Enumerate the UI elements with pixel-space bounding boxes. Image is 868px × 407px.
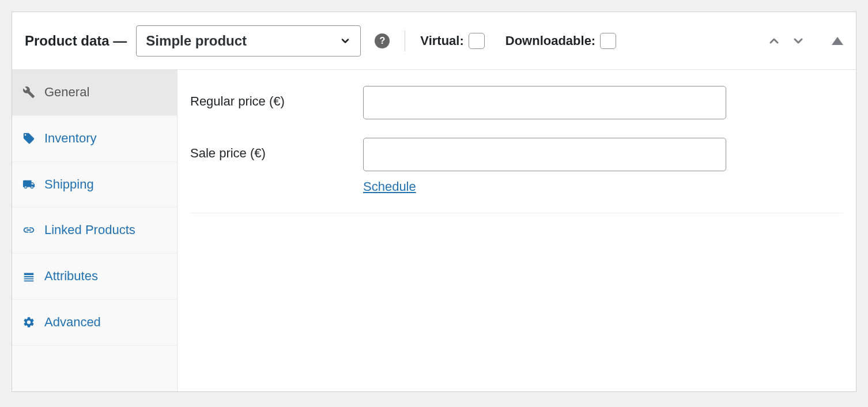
sidebar-item-attributes[interactable]: Attributes <box>12 254 177 300</box>
product-data-panel: Product data — Simple product ? Virtual:… <box>12 12 856 392</box>
sidebar-item-general[interactable]: General <box>12 70 177 116</box>
sidebar: General Inventory Shipping Linked Produc… <box>12 70 178 391</box>
regular-price-input[interactable] <box>363 86 726 119</box>
sidebar-item-advanced[interactable]: Advanced <box>12 300 177 346</box>
sale-price-row: Sale price (€) Schedule <box>190 138 843 194</box>
divider <box>190 213 843 213</box>
downloadable-checkbox-item: Downloadable: <box>505 33 616 49</box>
downloadable-label: Downloadable: <box>505 33 595 48</box>
toggle-panel-button[interactable] <box>832 37 843 45</box>
chevron-down-icon <box>339 35 351 47</box>
virtual-label: Virtual: <box>420 33 463 48</box>
sale-price-input[interactable] <box>363 138 726 171</box>
panel-body: General Inventory Shipping Linked Produc… <box>12 70 856 391</box>
panel-header: Product data — Simple product ? Virtual:… <box>12 12 856 70</box>
sidebar-item-linked-products[interactable]: Linked Products <box>12 208 177 254</box>
content-general: Regular price (€) Sale price (€) Schedul… <box>178 70 856 391</box>
product-type-select[interactable]: Simple product <box>136 25 361 56</box>
downloadable-checkbox[interactable] <box>600 33 616 49</box>
help-icon[interactable]: ? <box>375 33 390 48</box>
regular-price-row: Regular price (€) <box>190 86 843 119</box>
divider <box>405 31 405 51</box>
list-icon <box>22 270 35 283</box>
schedule-link[interactable]: Schedule <box>363 179 416 194</box>
sidebar-label: Inventory <box>44 130 167 148</box>
sidebar-item-inventory[interactable]: Inventory <box>12 116 177 162</box>
chevron-up-icon <box>767 34 781 48</box>
header-controls <box>767 34 843 48</box>
sidebar-item-shipping[interactable]: Shipping <box>12 162 177 208</box>
gear-icon <box>22 316 35 329</box>
move-down-button[interactable] <box>791 34 805 48</box>
sidebar-label: Shipping <box>44 176 167 194</box>
product-type-value: Simple product <box>146 33 247 49</box>
sale-price-label: Sale price (€) <box>190 138 363 161</box>
sidebar-label: Attributes <box>44 267 167 285</box>
sidebar-label: Linked Products <box>44 221 167 239</box>
virtual-checkbox-item: Virtual: <box>420 33 484 49</box>
checkbox-group: Virtual: Downloadable: <box>420 33 616 49</box>
wrench-icon <box>22 86 35 99</box>
link-icon <box>22 224 35 236</box>
move-up-button[interactable] <box>767 34 781 48</box>
truck-icon <box>22 178 35 191</box>
sidebar-label: General <box>44 84 167 101</box>
sidebar-label: Advanced <box>44 314 167 331</box>
panel-title: Product data — <box>25 33 127 49</box>
chevron-down-icon <box>791 34 805 48</box>
regular-price-label: Regular price (€) <box>190 86 363 109</box>
virtual-checkbox[interactable] <box>469 33 485 49</box>
tags-icon <box>22 132 35 145</box>
